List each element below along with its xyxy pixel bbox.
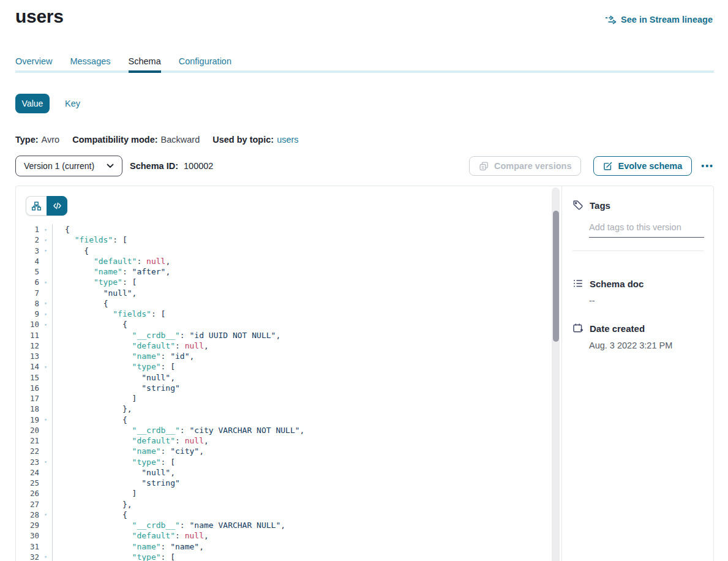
code-text: "name": "city", [53,446,204,456]
code-text: "null", [53,373,175,382]
code-line: 27 }, [16,499,561,510]
code-text: "string" [53,383,180,393]
fold-spacer [39,520,53,530]
code-line: 3▾ { [16,246,561,256]
fold-spacer [39,393,53,404]
code-text: "type": [ [53,552,175,561]
code-line: 22 "name": "city", [16,446,561,456]
code-text: "name": "after", [53,267,170,276]
fold-spacer [39,372,53,383]
line-number: 21 [16,436,39,445]
tab-track [15,70,714,73]
fold-spacer [39,541,53,552]
line-number: 3 [16,246,39,255]
code-line: 8▾ { [16,298,561,309]
line-number: 26 [16,489,39,498]
more-options-button[interactable]: ••• [701,162,714,170]
code-line: 24 "null", [16,467,561,478]
tags-input[interactable] [589,222,704,238]
code-line: 12 "default": null, [16,341,561,351]
line-number: 29 [16,521,39,530]
stream-lineage-icon [605,15,617,24]
schema-meta-row: Type: Avro Compatibility mode: Backward … [15,135,714,145]
tree-view-button[interactable] [26,196,47,216]
code-line: 28▾ { [16,510,561,520]
fold-spacer [39,425,53,435]
code-text: ] [53,489,137,498]
compare-versions-button[interactable]: Compare versions [469,156,582,176]
code-text: "type": [ [53,362,175,371]
code-line: 5 "name": "after", [16,266,561,277]
fold-toggle-icon[interactable]: ▾ [39,415,53,425]
code-view-button[interactable] [47,196,67,216]
line-number: 25 [16,478,39,488]
code-text: "default": null, [53,257,170,266]
fold-toggle-icon[interactable]: ▾ [39,552,53,561]
fold-spacer [39,478,53,488]
fold-toggle-icon[interactable]: ▾ [39,361,53,372]
code-text: }, [53,404,132,413]
fold-spacer [39,330,53,341]
code-line: 19▾ { [16,415,561,425]
tree-view-icon [31,201,42,211]
fold-toggle-icon[interactable]: ▾ [39,457,53,467]
tab-schema[interactable]: Schema [129,57,161,73]
fold-toggle-icon[interactable]: ▾ [39,277,53,287]
value-toggle-button[interactable]: Value [15,94,50,113]
fold-spacer [39,256,53,266]
schema-id-value: 100002 [184,161,213,171]
code-text: "fields": [ [53,235,127,244]
schema-page: users See in Stream lineage OverviewMess… [0,5,728,561]
fold-toggle-icon[interactable]: ▾ [39,224,53,235]
tags-section-header: Tags [572,200,704,211]
version-select[interactable]: Version 1 (current) [15,156,122,176]
fold-spacer [39,288,53,298]
fold-spacer [39,266,53,277]
fold-spacer [39,488,53,499]
line-number: 24 [16,468,39,477]
code-text: "default": null, [53,436,209,445]
calendar-plus-icon [572,323,584,334]
evolve-schema-button[interactable]: Evolve schema [593,156,692,176]
version-bar: Version 1 (current) Schema ID: 100002 Co… [15,156,714,176]
date-created-value: Aug. 3 2022 3:21 PM [589,341,704,350]
see-in-stream-lineage-link[interactable]: See in Stream lineage [605,15,713,24]
key-toggle-link[interactable]: Key [65,99,80,108]
code-text: { [53,320,127,329]
line-number: 10 [16,320,39,329]
code-lines: 1▾{2▾ "fields": [3▾ {4 "default": null,5… [16,224,561,561]
code-text: "__crdb__": "city VARCHAR NOT NULL", [53,426,304,435]
schema-doc-title: Schema doc [590,279,644,289]
tags-title: Tags [590,200,610,211]
code-line: 17 ] [16,393,561,404]
fold-spacer [39,446,53,456]
fold-toggle-icon[interactable]: ▾ [39,309,53,319]
code-text: "type": [ [53,277,137,287]
fold-toggle-icon[interactable]: ▾ [39,319,53,329]
fold-toggle-icon[interactable]: ▾ [39,246,53,256]
fold-toggle-icon[interactable]: ▾ [39,235,53,245]
code-line: 16 "string" [16,383,561,393]
type-value: Avro [42,135,60,145]
code-scrollbar-track[interactable] [552,187,560,561]
fold-toggle-icon[interactable]: ▾ [39,510,53,520]
code-line: 2▾ "fields": [ [16,235,561,245]
used-by-topic-link[interactable]: users [277,135,298,145]
line-number: 17 [16,394,39,403]
fold-spacer [39,467,53,478]
code-line: 9▾ "fields": [ [16,309,561,319]
line-number: 27 [16,500,39,509]
code-line: 29 "__crdb__": "name VARCHAR NULL", [16,520,561,530]
code-view-icon [52,201,62,211]
code-line: 20 "__crdb__": "city VARCHAR NOT NULL", [16,425,561,435]
list-icon [572,278,584,289]
line-number: 8 [16,299,39,308]
schema-doc-value: -- [589,296,704,306]
code-line: 31 "name": "name", [16,541,561,552]
fold-toggle-icon[interactable]: ▾ [39,298,53,309]
code-line: 25 "string" [16,478,561,488]
code-text: "fields": [ [53,309,165,318]
compatibility-mode-label: Compatibility mode: [72,135,157,145]
code-scrollbar-thumb[interactable] [553,211,559,342]
code-line: 18 }, [16,404,561,414]
